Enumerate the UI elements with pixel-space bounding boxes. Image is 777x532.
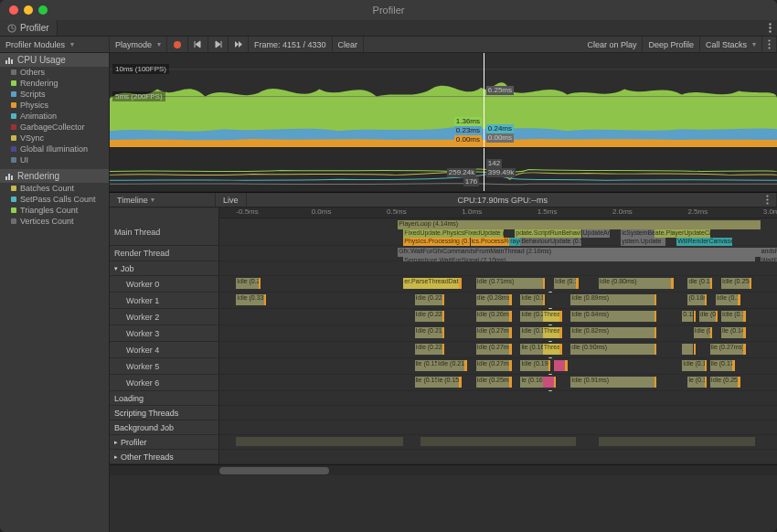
timeline-bar[interactable]: Idle (0.27ms): [236, 278, 258, 289]
legend-item-physics[interactable]: Physics: [0, 100, 109, 111]
loading-group-label[interactable]: Loading: [110, 391, 219, 405]
scrollbar-thumb[interactable]: [219, 467, 329, 474]
timeline-bar[interactable]: andsFromM: [761, 248, 777, 257]
timeline-bar[interactable]: Idle (0.27ms): [476, 327, 510, 338]
timeline-bar[interactable]: Idle (0.14ms): [716, 294, 738, 305]
legend-item-vsync[interactable]: VSync: [0, 133, 109, 144]
timeline-bar[interactable]: [236, 437, 403, 446]
timeline-bar[interactable]: le (0.16ms: [520, 377, 542, 388]
timeline-bar[interactable]: (0.18ms: [687, 294, 704, 305]
timeline-bar[interactable]: lle (0.15m: [415, 360, 437, 371]
timeline-bar[interactable]: WillRenderCanvases: [676, 238, 732, 246]
timeline-bar[interactable]: icSystemBegin: [621, 229, 655, 238]
legend-item-rendering[interactable]: Rendering: [0, 78, 109, 89]
worker-track-2[interactable]: Idle (0.22ms)Idle (0.26ms)Idle (0.20mThr…: [219, 309, 777, 325]
timeline-bar[interactable]: ate.PlayerUpdateCanv: [655, 229, 710, 238]
timeline-bar[interactable]: Idle (0.22ms): [415, 294, 443, 305]
frame-counter[interactable]: Frame: 4151 / 4330: [249, 37, 333, 52]
worker-track-3[interactable]: Idle (0.21ms)Idle (0.27ms)Idle (0.15mThr…: [219, 325, 777, 341]
timeline-bar[interactable]: [543, 377, 554, 388]
timeline-bar[interactable]: [420, 437, 577, 446]
worker-track-4[interactable]: Idle (0.22ms)Idle (0.27ms)lle (0.16mThre…: [219, 342, 777, 357]
timeline-bar[interactable]: Idle (0.27ms): [476, 360, 510, 371]
call-stacks-dropdown[interactable]: Call Stacks: [700, 37, 762, 52]
timeline-bar[interactable]: Physics.Processing (0.70ms: [403, 238, 470, 246]
worker-track-5[interactable]: lle (0.15mIdle (0.21ms)Idle (0.27ms)Idle…: [219, 358, 777, 374]
worker-label-5[interactable]: Worker 5: [110, 358, 219, 374]
profiler-track[interactable]: [219, 435, 777, 449]
timeline-bar[interactable]: Idle (0.27ms): [476, 344, 510, 355]
timeline-bar[interactable]: Idle (0.89ms): [570, 294, 655, 305]
timeline-bar[interactable]: Idle (0.19ms): [520, 360, 548, 371]
timeline-bar[interactable]: 0.13m: [682, 311, 693, 322]
timeline-bar[interactable]: [554, 360, 565, 371]
job-group-label[interactable]: ▾Job: [110, 261, 219, 275]
legend-item-batches-count[interactable]: Batches Count: [0, 183, 109, 194]
timeline-bar[interactable]: Idle (0.21ms): [415, 327, 443, 338]
worker-label-2[interactable]: Worker 2: [110, 309, 219, 325]
maximize-window-button[interactable]: [38, 5, 48, 15]
worker-label-6[interactable]: Worker 6: [110, 375, 219, 390]
record-button[interactable]: [167, 37, 188, 52]
timeline-bar[interactable]: ThreadD: [543, 311, 559, 322]
timeline-bar[interactable]: ThreadD: [543, 327, 559, 338]
timeline-bar[interactable]: Idle (0.15me: [520, 294, 542, 305]
timeline-bar[interactable]: Idle (0.84ms): [570, 311, 655, 322]
timeline-bar[interactable]: ystem.Update: [621, 238, 665, 246]
timeline-bar[interactable]: dle (0.15me: [699, 311, 716, 322]
chart-playhead-rendering[interactable]: [484, 148, 484, 191]
deep-profile-toggle[interactable]: Deep Profile: [643, 37, 700, 52]
chart-playhead[interactable]: [484, 53, 484, 147]
timeline-bar[interactable]: BehaviourUpdate (0.59: [520, 238, 581, 246]
legend-item-garbagecollector[interactable]: GarbageCollector: [0, 122, 109, 133]
profiler-modules-dropdown[interactable]: Profiler Modules: [0, 37, 110, 52]
timeline-bar[interactable]: [599, 437, 755, 446]
legend-item-animation[interactable]: Animation: [0, 111, 109, 122]
worker-track-6[interactable]: lle (0.15mle (0.15mIdle (0.25ms)le (0.16…: [219, 375, 777, 390]
timeline-bar[interactable]: Idle (0.25ms): [710, 377, 739, 388]
main-thread-label[interactable]: Main Thread: [110, 218, 219, 245]
timeline-bar[interactable]: ics.ProcessReports (0.49: [471, 238, 510, 246]
timeline-bar[interactable]: pdate.ScriptRunBehaviourUpdate (0.62ms): [515, 229, 581, 238]
timeline-bar[interactable]: dle (0.16me: [687, 278, 709, 289]
timeline-bar[interactable]: UpdateAn: [582, 229, 611, 238]
timeline-bar[interactable]: dle (0.28ms): [476, 294, 510, 305]
timeline-bar[interactable]: lle (0.15m: [415, 377, 437, 388]
timeline-bar[interactable]: lle (0.27ms): [710, 344, 744, 355]
worker-label-1[interactable]: Worker 1: [110, 293, 219, 308]
worker-track-1[interactable]: Idle (0.33ms)Idle (0.22ms)dle (0.28ms)Id…: [219, 293, 777, 308]
legend-item-others[interactable]: Others: [0, 67, 109, 78]
frame-back-button[interactable]: [188, 37, 208, 52]
timeline-bar[interactable]: lle (0.17ms: [710, 360, 732, 371]
timeline-bar[interactable]: Idle (0.25ms): [721, 278, 750, 289]
background-job-label[interactable]: Background Job: [110, 420, 219, 434]
timeline-bar[interactable]: le (0.14m: [687, 377, 704, 388]
legend-item-triangles-count[interactable]: Triangles Count: [0, 205, 109, 216]
render-thread-track[interactable]: Gfx.WaitForGfxCommandsFromMainThread (2.…: [219, 246, 777, 261]
timeline-bar[interactable]: Idle (0.91ms): [570, 377, 655, 388]
timeline-bar[interactable]: Gfx.WaitForGfxCommandsFromMainThread (2.…: [398, 248, 761, 257]
render-thread-label[interactable]: Render Thread: [110, 246, 219, 261]
main-thread-track[interactable]: PlayerLoop (4.14ms)FixedUpdate.PhysicsFi…: [219, 218, 777, 245]
profiler-group-label[interactable]: ▸Profiler: [110, 435, 219, 449]
profiler-charts[interactable]: 10ms (100FPS) 5ms (200FPS) 6.25ms 1.36ms…: [110, 53, 777, 532]
timeline-live-toggle[interactable]: Live: [216, 193, 247, 207]
rendering-chart[interactable]: 142 259.24k 399.49k 176: [110, 148, 777, 192]
timeline-bar[interactable]: Idle (0.25ms): [476, 377, 510, 388]
timeline-bar[interactable]: Idle (0.82ms): [570, 327, 655, 338]
worker-label-4[interactable]: Worker 4: [110, 342, 219, 357]
timeline-bar[interactable]: rayedD: [509, 238, 520, 246]
timeline-bar[interactable]: Idle (0.80ms): [599, 278, 671, 289]
worker-label-3[interactable]: Worker 3: [110, 325, 219, 341]
worker-label-0[interactable]: Worker 0: [110, 276, 219, 292]
timeline-bar[interactable]: FixedUpdate.PhysicsFixedUpdate (1.23ms): [403, 229, 504, 238]
timeline-bar[interactable]: Idle (0.21ms): [437, 360, 465, 371]
timeline-bar[interactable]: [682, 344, 693, 355]
legend-item-setpass-calls-count[interactable]: SetPass Calls Count: [0, 194, 109, 205]
timeline-bar[interactable]: Idle (0.71ms): [476, 278, 543, 289]
scripting-threads-label[interactable]: Scripting Threads: [110, 406, 219, 420]
timeline-bar[interactable]: PlayerLoop (4.14ms): [398, 220, 761, 229]
timeline-bar[interactable]: er.ParseThreadData (0.3: [403, 278, 459, 289]
timeline-bar[interactable]: Idle (0.19ms): [554, 278, 576, 289]
legend-item-global-illumination[interactable]: Global Illumination: [0, 144, 109, 154]
